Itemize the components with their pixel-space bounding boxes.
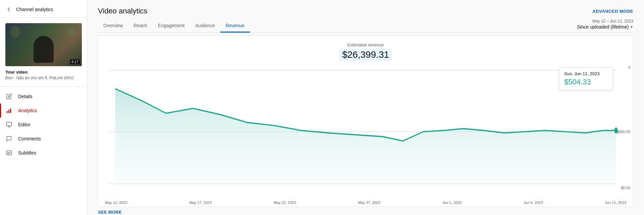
x-label-6: Jun 11, 2023 — [605, 201, 626, 205]
sidebar-nav: Details Analytics Editor — [0, 87, 87, 215]
svg-rect-0 — [7, 111, 8, 113]
video-duration: 4:17 — [70, 59, 80, 64]
revenue-chart — [98, 64, 633, 199]
sidebar-title: Channel analytics — [16, 7, 53, 12]
chevron-down-icon: ▼ — [630, 25, 633, 29]
sidebar: Channel analytics 4:17 Your video Đen - … — [0, 0, 87, 215]
chart-tooltip: Sun, Jun 11, 2023 $504.33 — [559, 68, 613, 90]
tab-overview[interactable]: Overview — [98, 19, 128, 33]
see-more-area: SEE MORE — [87, 207, 644, 215]
chart-icon — [5, 107, 13, 114]
y-label-bottom: $0.00 — [621, 186, 630, 190]
see-more-button[interactable]: SEE MORE — [98, 210, 122, 215]
details-label: Details — [18, 94, 33, 99]
x-label-2: May 22, 2023 — [274, 201, 296, 205]
subtitles-icon — [5, 149, 13, 157]
page-title: Video analytics — [98, 7, 148, 15]
tab-reach[interactable]: Reach — [128, 19, 152, 33]
advanced-mode-button[interactable]: ADVANCED MODE — [592, 9, 633, 14]
main-content: Video analytics ADVANCED MODE Overview R… — [87, 0, 644, 215]
video-title: Đen - Nấu ăn cho em ft. PiaLinh (M/V) — [5, 75, 82, 81]
x-label-4: Jun 1, 2023 — [442, 201, 462, 205]
tooltip-date: Sun, Jun 11, 2023 — [564, 71, 608, 76]
comments-label: Comments — [18, 136, 41, 141]
chart-label: Estimated revenue — [347, 42, 384, 47]
y-label-top: 0 — [628, 66, 630, 70]
video-thumbnail[interactable]: 4:17 — [5, 23, 82, 66]
x-label-1: May 17, 2023 — [189, 201, 212, 205]
svg-rect-1 — [8, 110, 9, 113]
date-range-line1: May 12 – Jun 11, 2023 — [592, 19, 633, 24]
comments-icon — [5, 135, 13, 142]
tooltip-value: $504.33 — [564, 78, 608, 86]
editor-icon — [5, 121, 13, 128]
tree-shape2 — [10, 26, 20, 38]
date-range-label: Since uploaded (lifetime) — [577, 24, 629, 30]
sidebar-header: Channel analytics — [0, 0, 87, 18]
chart-area-fill — [115, 89, 616, 184]
sidebar-item-analytics[interactable]: Analytics — [0, 103, 87, 118]
tab-revenue[interactable]: Revenue — [220, 19, 250, 33]
svg-rect-2 — [10, 109, 11, 113]
analytics-label: Analytics — [18, 108, 37, 113]
sidebar-item-subtitles[interactable]: Subtitles — [0, 146, 87, 160]
editor-label: Editor — [18, 122, 31, 127]
back-button[interactable] — [5, 6, 12, 13]
svg-rect-3 — [7, 122, 12, 126]
tab-engagement[interactable]: Engagement — [153, 19, 190, 33]
your-video-label: Your video — [5, 70, 82, 75]
x-axis-labels: May 12, 2023 May 17, 2023 May 22, 2023 M… — [98, 199, 633, 207]
figure-silhouette — [34, 36, 54, 63]
y-label-mid: $600.00 — [617, 130, 630, 134]
video-thumbnail-area: 4:17 Your video Đen - Nấu ăn cho em ft. … — [0, 18, 87, 87]
subtitles-label: Subtitles — [18, 150, 36, 156]
tree-shape — [68, 28, 75, 37]
date-range-selector[interactable]: Since uploaded (lifetime) ▼ — [577, 24, 633, 30]
date-range-area: May 12 – Jun 11, 2023 Since uploaded (li… — [577, 19, 633, 32]
chart-svg-area: 0 $600.00 $0.00 Sun, Jun 11, 2023 $504.3… — [98, 64, 633, 199]
sidebar-item-details[interactable]: Details — [0, 89, 87, 103]
tabs-bar: Overview Reach Engagement Audience Reven… — [98, 19, 577, 32]
pencil-icon — [5, 93, 13, 100]
chart-header: Estimated revenue $26,399.31 — [98, 36, 633, 64]
main-header: Video analytics ADVANCED MODE — [87, 0, 644, 19]
x-label-3: May 27, 2023 — [358, 201, 380, 205]
x-label-0: May 12, 2023 — [105, 201, 127, 205]
sidebar-item-comments[interactable]: Comments — [0, 132, 87, 146]
sidebar-item-editor[interactable]: Editor — [0, 118, 87, 132]
svg-rect-6 — [7, 151, 12, 155]
chart-container: Estimated revenue $26,399.31 — [98, 35, 633, 207]
chart-value: $26,399.31 — [339, 49, 392, 61]
tab-audience[interactable]: Audience — [190, 19, 220, 33]
x-label-5: Jun 6, 2023 — [524, 201, 543, 205]
